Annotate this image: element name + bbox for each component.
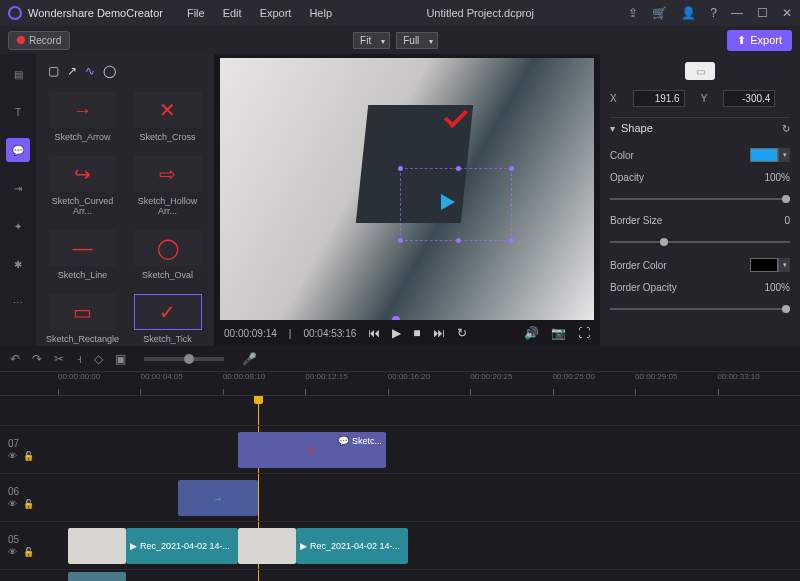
shape-line[interactable]: —Sketch_Line — [42, 226, 123, 284]
snapshot-icon[interactable]: 📷 — [551, 326, 566, 340]
prev-frame-button[interactable]: ⏮ — [368, 326, 380, 340]
loop-button[interactable]: ↻ — [457, 326, 467, 340]
color-swatch[interactable] — [750, 148, 778, 162]
shape-preview: ✓ — [134, 294, 202, 330]
clip-thumb-1[interactable] — [68, 528, 126, 564]
opacity-value: 100% — [764, 172, 790, 183]
record-tl-button[interactable]: ▣ — [115, 352, 126, 366]
help-icon[interactable]: ? — [710, 6, 717, 20]
selection-handles[interactable] — [400, 168, 512, 241]
align-button[interactable]: ⫞ — [76, 352, 82, 366]
menu-file[interactable]: File — [187, 7, 205, 19]
border-color-swatch[interactable] — [750, 258, 778, 272]
play-button[interactable]: ▶ — [392, 326, 401, 340]
placed-tick-annotation[interactable] — [444, 105, 480, 133]
border-opacity-slider[interactable] — [610, 303, 790, 315]
zoom-slider[interactable] — [144, 357, 224, 361]
transition-tab-icon[interactable]: ⇥ — [6, 176, 30, 200]
more-tab-icon[interactable]: ⋯ — [6, 290, 30, 314]
arrow-mode-icon[interactable]: ↗ — [67, 64, 77, 78]
record-button[interactable]: Record — [8, 31, 70, 50]
border-size-value: 0 — [784, 215, 790, 226]
sketch-mode-icon[interactable]: ∿ — [85, 64, 95, 78]
mic-icon[interactable]: 🎤 — [242, 352, 257, 366]
shape-label: Sketch_Line — [58, 270, 108, 280]
shape-preview: ⇨ — [134, 156, 202, 192]
x-input[interactable] — [633, 90, 685, 107]
fit-select[interactable]: Fit▾ — [353, 32, 390, 49]
border-opacity-value: 100% — [764, 282, 790, 293]
ruler-tick: 00:00:20:25 — [470, 372, 552, 395]
lock-icon[interactable]: 🔓 — [23, 451, 34, 461]
maximize-icon[interactable]: ☐ — [757, 6, 768, 20]
border-color-dropdown[interactable]: ▾ — [778, 258, 790, 272]
shape-hollow[interactable]: ⇨Sketch_Hollow Arr... — [127, 152, 208, 220]
shape-tick[interactable]: ✓Sketch_Tick — [127, 290, 208, 348]
share-icon[interactable]: ⇪ — [628, 6, 638, 20]
next-frame-button[interactable]: ⏭ — [433, 326, 445, 340]
eye-icon[interactable]: 👁 — [8, 451, 17, 461]
menu-help[interactable]: Help — [309, 7, 332, 19]
undo-button[interactable]: ↶ — [10, 352, 20, 366]
clip-sketch-tick[interactable]: ✓ 💬Sketc... — [238, 432, 386, 468]
volume-icon[interactable]: 🔊 — [524, 326, 539, 340]
shape-mode-icon[interactable]: ◯ — [103, 64, 116, 78]
track-num-06: 06 — [8, 486, 19, 497]
shape-oval[interactable]: ◯Sketch_Oval — [127, 226, 208, 284]
shape-cross[interactable]: ✕Sketch_Cross — [127, 88, 208, 146]
cursor-tab-icon[interactable]: ✱ — [6, 252, 30, 276]
reset-icon[interactable]: ↻ — [782, 123, 790, 134]
border-size-slider[interactable] — [610, 236, 790, 248]
shape-label: Sketch_Curved Arr... — [46, 196, 119, 216]
shape-preview: — — [49, 230, 117, 266]
menu-export[interactable]: Export — [260, 7, 292, 19]
clip-rec-2[interactable]: ▶Rec_2021-04-02 14-... — [296, 528, 408, 564]
time-current: 00:00:09:14 — [224, 328, 277, 339]
close-icon[interactable]: ✕ — [782, 6, 792, 20]
ruler-tick: 00:00:16:20 — [388, 372, 470, 395]
caret-down-icon[interactable]: ▾ — [610, 123, 615, 134]
marker-button[interactable]: ◇ — [94, 352, 103, 366]
clip-audio[interactable] — [68, 572, 126, 581]
ruler-tick: 00:00:25:00 — [553, 372, 635, 395]
split-button[interactable]: ✂ — [54, 352, 64, 366]
app-name: Wondershare DemoCreator — [28, 7, 163, 19]
callout-icon[interactable]: ▢ — [48, 64, 59, 78]
shape-label: Sketch_Tick — [143, 334, 192, 344]
opacity-slider[interactable] — [610, 193, 790, 205]
shape-rect[interactable]: ▭Sketch_Rectangle — [42, 290, 123, 348]
speech-icon: 💬 — [338, 436, 349, 446]
menu-edit[interactable]: Edit — [223, 7, 242, 19]
lock-icon[interactable]: 🔓 — [23, 499, 34, 509]
shape-curved[interactable]: ↪Sketch_Curved Arr... — [42, 152, 123, 220]
annotation-tab-icon[interactable]: 💬 — [6, 138, 30, 162]
eye-icon[interactable]: 👁 — [8, 499, 17, 509]
preview-knob[interactable] — [392, 316, 400, 320]
shape-arrow[interactable]: →Sketch_Arrow — [42, 88, 123, 146]
record-label: Record — [29, 35, 61, 46]
media-tab-icon[interactable]: ▤ — [6, 62, 30, 86]
redo-button[interactable]: ↷ — [32, 352, 42, 366]
stop-button[interactable]: ■ — [413, 326, 420, 340]
clip-arrow[interactable]: → — [178, 480, 258, 516]
user-icon[interactable]: 👤 — [681, 6, 696, 20]
clip-rec-1[interactable]: ▶Rec_2021-04-02 14-... — [126, 528, 238, 564]
props-tab-button[interactable]: ▭ — [685, 62, 715, 80]
x-label: X — [610, 93, 617, 104]
full-select[interactable]: Full▾ — [396, 32, 438, 49]
preview-canvas[interactable] — [220, 58, 594, 320]
minimize-icon[interactable]: — — [731, 6, 743, 20]
fullscreen-icon[interactable]: ⛶ — [578, 326, 590, 340]
export-button[interactable]: ⬆ Export — [727, 30, 792, 51]
shape-preview: ◯ — [134, 230, 202, 266]
y-input[interactable] — [723, 90, 775, 107]
border-opacity-label: Border Opacity — [610, 282, 677, 293]
shape-label: Sketch_Cross — [140, 132, 196, 142]
color-swatch-dropdown[interactable]: ▾ — [778, 148, 790, 162]
eye-icon[interactable]: 👁 — [8, 547, 17, 557]
cart-icon[interactable]: 🛒 — [652, 6, 667, 20]
lock-icon[interactable]: 🔓 — [23, 547, 34, 557]
text-tab-icon[interactable]: T — [6, 100, 30, 124]
clip-thumb-2[interactable] — [238, 528, 296, 564]
effects-tab-icon[interactable]: ✦ — [6, 214, 30, 238]
